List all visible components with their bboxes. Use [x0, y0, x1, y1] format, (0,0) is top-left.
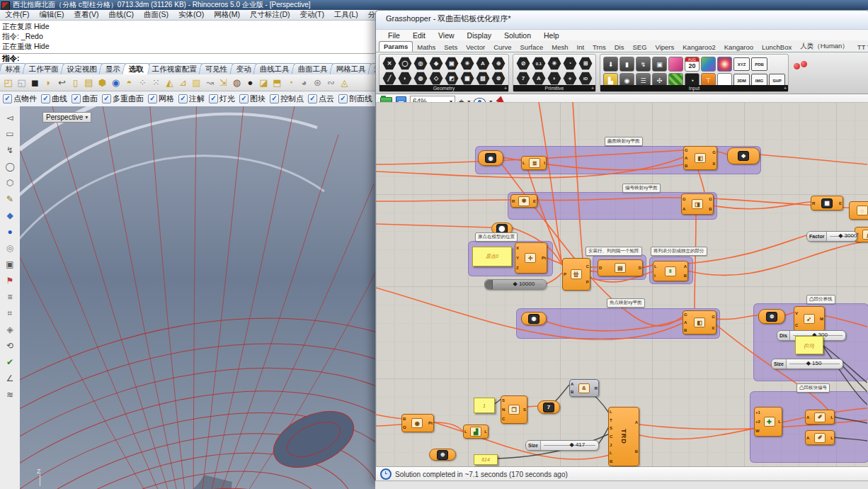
gh-tab[interactable]: SEG [628, 43, 651, 52]
checkbox-checked-icon[interactable]: ✓ [209, 94, 218, 103]
rhino-tool-icon[interactable]: ◗ [42, 76, 55, 89]
rhino-tab[interactable]: 曲面工具 [291, 63, 334, 74]
gh-component[interactable]: LI ‖ AB [653, 261, 688, 281]
rhino-tab[interactable]: 网格工具 [329, 63, 372, 74]
gh-menu-item[interactable]: Edit [406, 31, 432, 40]
gh-component[interactable]: XYZ ✛ Pt [515, 242, 547, 274]
rhino-tool-icon[interactable]: ◍ [230, 76, 244, 89]
rhino-tool-icon[interactable]: ⬒ [270, 76, 284, 89]
rhino-tab[interactable]: 曲线工具 [253, 63, 296, 74]
gh-tab[interactable]: Sets [440, 43, 462, 52]
gh-number-slider[interactable]: Factor◆ 3000 [806, 231, 857, 242]
rhino-tool-icon[interactable]: ● [244, 76, 257, 89]
gh-component[interactable]: P 丗 CP [562, 258, 590, 291]
gh-component-icon[interactable]: ▣ [445, 57, 459, 70]
rhino-sidebar-tool-icon[interactable]: ≡ [1, 288, 18, 305]
gh-menu-item[interactable]: View [432, 31, 461, 40]
gh-menu-item[interactable]: Solution [498, 31, 537, 40]
gh-menu-item[interactable]: Display [461, 31, 498, 40]
filter-checkbox-剖面线[interactable]: ✓剖面线 [338, 94, 372, 104]
rhino-tool-icon[interactable]: ◰ [1, 76, 15, 89]
rhino-tool-icon[interactable]: ▯ [69, 76, 82, 89]
gh-component-icon[interactable]: ▮ [619, 57, 634, 72]
rhino-tool-icon[interactable]: ⁙ [149, 76, 163, 89]
grasshopper-titlebar[interactable]: Grasshopper - 双曲面铝板优化程序* [376, 11, 868, 30]
rhino-menu-item[interactable]: 变动(T) [295, 10, 329, 20]
gh-component-icon[interactable]: ◩ [445, 72, 459, 85]
gh-component[interactable]: ◉ [521, 312, 547, 325]
gh-menu-item[interactable]: File [382, 31, 406, 40]
gh-component[interactable]: ⊗ [758, 309, 785, 324]
gh-component-icon[interactable]: A [532, 72, 546, 85]
gh-component[interactable]: BO ◉ Pt [401, 414, 434, 432]
gh-component-icon[interactable]: ⬇ [603, 57, 618, 72]
gh-component-icon[interactable]: ID [578, 72, 593, 85]
checkbox-checked-icon[interactable]: ✓ [72, 94, 81, 103]
gh-component-icon[interactable]: ◗ [398, 72, 412, 85]
gh-component[interactable]: 7 [537, 400, 560, 414]
rhino-tab[interactable]: 工作视窗配置 [145, 63, 203, 74]
rhino-tab[interactable]: 选取 [122, 63, 150, 74]
rhino-tab[interactable]: 设定视图 [60, 63, 103, 74]
rhino-tab[interactable]: 工作平面 [22, 63, 65, 74]
rhino-sidebar-tool-icon[interactable]: ◅ [1, 109, 18, 125]
cherry-icon[interactable] [794, 56, 808, 70]
gh-component-icon[interactable]: 7 [516, 72, 530, 85]
calendar-icon[interactable]: AUG20 [685, 57, 699, 72]
gh-component[interactable]: ❖ [727, 147, 760, 164]
gh-panel[interactable]: {0;0} [795, 336, 823, 354]
rhino-tool-icon[interactable]: ◕ [297, 76, 311, 89]
gh-tab[interactable]: Mesh [547, 43, 572, 52]
gh-tab[interactable]: Curve [489, 43, 515, 52]
gh-tab[interactable]: Params [379, 41, 413, 52]
gh-component[interactable]: R ✾ E [510, 194, 537, 208]
gh-tab[interactable]: Kangaroo2 [678, 43, 719, 52]
gh-component-icon[interactable]: ◯ [398, 57, 412, 70]
rhino-sidebar-tool-icon[interactable]: ◯ [1, 158, 18, 174]
rhino-command-prompt[interactable]: 指令: [0, 53, 377, 64]
gh-component-icon[interactable]: ▧ [476, 72, 490, 85]
rhino-tool-icon[interactable]: ◉ [109, 76, 122, 89]
gh-tab[interactable]: LunchBox [758, 43, 796, 52]
gh-component[interactable]: L ▟ L [463, 425, 489, 439]
rhino-sidebar-tool-icon[interactable]: ∠ [1, 370, 18, 386]
gh-panel[interactable]: 614 [474, 454, 498, 465]
gh-component-icon[interactable]: 0.1 [532, 57, 546, 70]
gh-tab[interactable]: 人类（Human） [796, 41, 853, 52]
rhino-command-history[interactable]: 正在复原 Hide指令: _Redo正在重做 Hide [0, 21, 377, 54]
rhino-menu-item[interactable]: 曲线(C) [103, 10, 139, 20]
gh-component-icon[interactable] [717, 57, 732, 72]
filter-checkbox-网格[interactable]: ✓网格 [148, 94, 174, 104]
rhino-sidebar-tool-icon[interactable]: ⟲ [1, 337, 18, 354]
gh-component-icon[interactable]: ✕ [382, 57, 396, 70]
rhino-tool-icon[interactable]: ▨ [190, 76, 203, 89]
gh-menu-item[interactable]: Help [537, 31, 566, 40]
gh-component-icon[interactable]: ◗ [547, 72, 561, 85]
rhino-tool-icon[interactable]: ◔ [284, 76, 297, 89]
gh-component-icon[interactable]: ⊗ [491, 72, 506, 85]
rhino-menu-item[interactable]: 查看(V) [69, 10, 103, 20]
gh-component-icon[interactable]: ↯ [636, 57, 651, 72]
filter-checkbox-曲线[interactable]: ✓曲线 [41, 94, 67, 104]
rhino-menu-item[interactable]: 网格(M) [209, 10, 245, 20]
rhino-menu-item[interactable]: 曲面(S) [139, 10, 173, 20]
rhino-tool-icon[interactable]: ◓ [122, 76, 136, 89]
rhino-tool-icon[interactable]: ↩ [55, 76, 69, 89]
rhino-menu-item[interactable]: 尺寸标注(D) [245, 10, 295, 20]
viewport-title-chip[interactable]: Perspective ▾ [42, 112, 91, 123]
gh-component[interactable]: AB & R [569, 379, 599, 397]
gh-component-icon[interactable]: ✳ [547, 57, 561, 70]
gh-component[interactable]: ⊕ [429, 449, 456, 461]
gh-component[interactable]: R ▦ E [811, 196, 843, 210]
gh-component[interactable]: +1+2W ✚ L [754, 407, 782, 437]
rhino-tool-icon[interactable]: ◼ [28, 76, 42, 89]
gh-component[interactable]: ◉ [478, 150, 503, 166]
rhino-menu-item[interactable]: 文件(F) [0, 10, 34, 20]
rhino-sidebar-tool-icon[interactable]: ⬡ [1, 174, 18, 191]
gh-component[interactable]: D ▤ D [598, 259, 643, 276]
filter-checkbox-点云[interactable]: ✓点云 [308, 94, 334, 104]
gh-number-slider[interactable]: ◆ 10000 [484, 279, 547, 290]
gh-component-icon[interactable]: ◈ [429, 57, 443, 70]
gh-tab[interactable]: Int [573, 43, 589, 52]
file-format-badge[interactable]: PDB [751, 57, 767, 71]
